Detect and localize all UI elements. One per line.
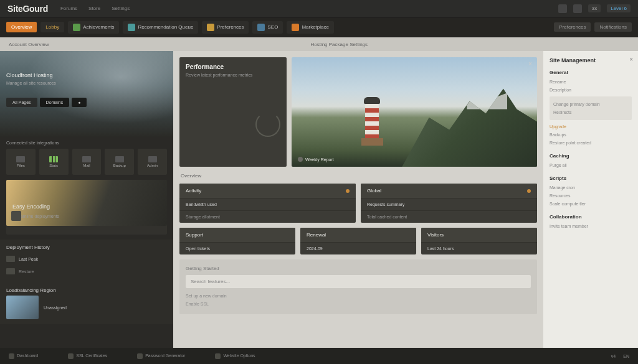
list-card: Activity Bandwidth used Storage allotmen… (179, 184, 356, 223)
rp-item[interactable]: Rename (550, 78, 632, 86)
loading-icon (255, 112, 280, 137)
nav-tab[interactable]: SEO (252, 21, 283, 34)
list-card: Visitors Last 24 hours (421, 228, 537, 254)
mail-icon (82, 156, 91, 162)
close-icon[interactable]: × (527, 61, 533, 67)
rp-section: Scripts (550, 175, 632, 181)
footer-link[interactable]: Website Options (215, 353, 255, 359)
sidebar-tile[interactable]: Backup (105, 149, 134, 175)
rp-box: Change primary domain Redirects (550, 96, 632, 120)
rp-item[interactable]: Resources (550, 192, 632, 200)
sidebar-tile[interactable]: Stats (39, 149, 69, 175)
rp-section: General (550, 70, 632, 75)
rp-item[interactable]: Manage cron (550, 184, 632, 192)
help-link[interactable]: Set up a new domain (186, 292, 531, 300)
list-row[interactable]: 2024-09 (300, 242, 416, 254)
rp-section: Caching (550, 153, 632, 159)
brand-logo[interactable]: SiteGourd (7, 4, 48, 14)
sidebar-hero-sub: Manage all site resources (6, 81, 167, 85)
list-row[interactable]: Last 24 hours (421, 242, 537, 254)
bell-icon[interactable] (558, 4, 567, 13)
header-chip-level[interactable]: Level 6 (607, 4, 631, 12)
list-row[interactable]: Total cached content (361, 210, 537, 223)
nav-tab[interactable]: Recommendation Queue (123, 21, 198, 34)
crumb-mid: Hosting Package Settings (310, 42, 368, 47)
sidebar-mic-icon[interactable]: ● (72, 98, 87, 107)
sidebar-row[interactable]: Restore (6, 265, 167, 278)
region-thumbnail[interactable] (6, 296, 39, 319)
main-content: Performance Review latest performance me… (173, 51, 543, 348)
intro-title: Performance (186, 63, 280, 70)
card-sub: Streamline deployments (12, 214, 59, 218)
nav-tab-lobby[interactable]: Lobby (40, 22, 64, 32)
footer-link[interactable]: SSL Certificates (68, 353, 107, 359)
footer: Dashboard SSL Certificates Password Gene… (0, 348, 638, 364)
clock-icon (6, 256, 15, 262)
rp-item[interactable]: Purge all (550, 161, 632, 169)
rp-item[interactable]: Scale compute tier (550, 200, 632, 208)
lock-icon (68, 353, 74, 359)
footer-meta[interactable]: EN (623, 354, 629, 358)
nav-tab[interactable]: Preferences (202, 21, 249, 34)
nav-tab-overview[interactable]: Overview (6, 22, 37, 32)
footer-link[interactable]: Password Generator (137, 353, 185, 359)
wide-title: Getting Started (186, 266, 531, 271)
rp-item[interactable]: Redirects (553, 108, 628, 116)
nav-tab[interactable]: Achievements (68, 21, 119, 34)
intro-panel: Performance Review latest performance me… (179, 57, 287, 167)
rp-item-upgrade[interactable]: Upgrade (550, 123, 632, 131)
search-input[interactable]: Search features... (186, 275, 531, 288)
help-link[interactable]: Enable SSL (186, 300, 531, 308)
list-card: Renewal 2024-09 (300, 228, 416, 254)
rp-item[interactable]: Invite team member (550, 222, 632, 230)
card-title: Easy Encoding (12, 203, 50, 210)
hero-image[interactable]: Weekly Report × (292, 57, 537, 167)
sidebar-section-title: Deployment History (0, 240, 173, 253)
rp-item[interactable]: Backups (550, 131, 632, 139)
sidebar-hero: Cloudfront Hosting Manage all site resou… (0, 51, 173, 137)
footer-link[interactable]: Dashboard (9, 353, 38, 359)
breadcrumb: Account Overview Hosting Package Setting… (0, 37, 638, 51)
card-head: Renewal (307, 232, 326, 238)
status-dot-icon (346, 189, 350, 193)
header-chip[interactable]: 3x (588, 4, 601, 12)
header-tab[interactable]: Settings (112, 6, 130, 11)
sidebar-pill[interactable]: All Pages (6, 98, 37, 107)
header-tab[interactable]: Forums (60, 6, 77, 11)
getting-started-card: Getting Started Search features... Set u… (179, 259, 537, 314)
bars-icon (49, 156, 58, 162)
sidebar: Cloudfront Hosting Manage all site resou… (0, 51, 173, 348)
card-hero-image: Easy Encoding Streamline deployments (6, 180, 167, 226)
close-icon[interactable]: × (629, 56, 633, 63)
refresh-icon[interactable] (573, 4, 582, 13)
sidebar-card[interactable]: Easy Encoding Streamline deployments (6, 180, 167, 235)
sidebar-tile[interactable]: Mail (72, 149, 102, 175)
header-tab[interactable]: Store (88, 6, 100, 11)
nav-tab[interactable]: Marketplace (287, 21, 334, 34)
list-row[interactable]: Open tickets (179, 242, 295, 254)
sidebar-tile[interactable]: Files (6, 149, 36, 175)
crumb-left[interactable]: Account Overview (9, 42, 49, 47)
rp-item[interactable]: Description (550, 86, 632, 94)
intro-sub: Review latest performance metrics (186, 73, 280, 77)
list-row[interactable]: Storage allotment (179, 210, 356, 223)
nav-chip[interactable]: Notifications (594, 22, 632, 32)
nav-chip[interactable]: Preferences (554, 22, 591, 32)
sidebar-row[interactable]: Last Peak (6, 253, 167, 265)
rp-item[interactable]: Restore point created (550, 139, 632, 147)
list-card: Global Requests summary Total cached con… (361, 184, 537, 223)
card-head: Global (367, 188, 381, 194)
list-row[interactable]: Bandwidth used (179, 198, 356, 210)
sidebar-hero-title: Cloudfront Hosting (6, 72, 167, 78)
list-row[interactable]: Requests summary (361, 198, 537, 210)
rp-item[interactable]: Change primary domain (553, 100, 628, 108)
section-label: Overview (179, 172, 537, 179)
hero-caption: Weekly Report (305, 157, 334, 162)
square-icon (207, 24, 214, 31)
backup-icon (115, 156, 124, 162)
dot-icon (298, 157, 303, 162)
restore-icon (6, 268, 15, 274)
sidebar-pill[interactable]: Domains (40, 98, 70, 107)
sidebar-tile[interactable]: Admin (138, 149, 167, 175)
sidebar-label: Connected site integrations (0, 137, 173, 149)
